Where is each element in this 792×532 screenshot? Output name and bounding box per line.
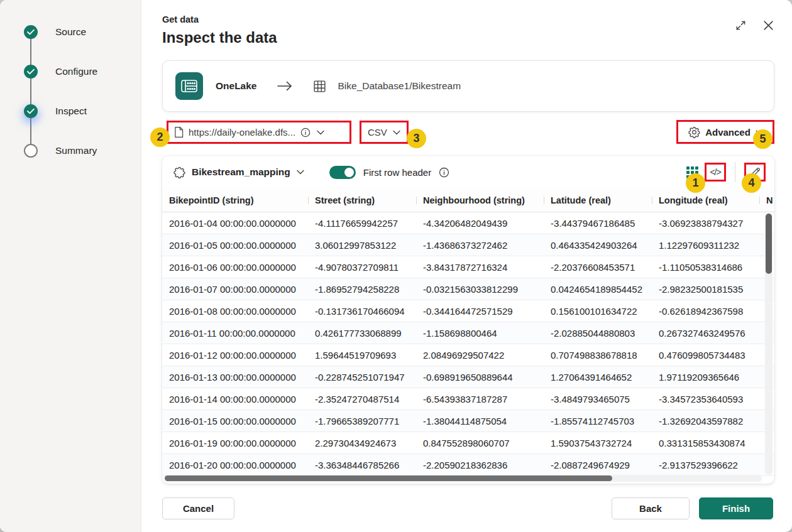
table-cell: -1.38044114875054 [416,416,544,426]
table-row[interactable]: 2016-01-20 00:00:00.0000000-3.3634844678… [162,454,774,476]
table-cell: 2016-01-12 00:00:00.0000000 [162,350,308,361]
expand-dialog-button[interactable] [733,18,748,33]
code-view-button[interactable]: </> [705,163,726,182]
step-label: Source [55,26,86,38]
source-destination-card: OneLake Bike_Database1/Bikestream [162,60,774,112]
table-cell: -2.98232500181535 [652,284,759,295]
arrow-right-icon [277,80,293,92]
table-cell: -1.158698800464 [416,328,544,339]
finish-button[interactable]: Finish [699,497,773,519]
table-cell: 2016-01-07 00:00:00.0000000 [162,284,308,295]
table-cell: -1.85574112745703 [544,416,652,426]
stepper-item[interactable]: Configure [24,65,97,79]
table-cell: -4.34206482049439 [416,218,544,229]
column-header[interactable]: BikepointID (string) [162,195,308,205]
stepper-connector-line [30,32,31,150]
table-cell: -2.20376608453571 [544,262,652,273]
file-url-dropdown[interactable]: https://daily-onelake.dfs... [167,121,351,144]
table-row[interactable]: 2016-01-12 00:00:00.00000001.59644519709… [162,344,774,366]
column-header[interactable]: N [759,195,774,205]
table-cell: 2016-01-11 00:00:00.0000000 [162,328,308,339]
file-format-dropdown[interactable]: CSV [360,121,409,144]
table-cell: -2.9137529396622 [652,460,759,470]
table-cell: 2016-01-05 00:00:00.0000000 [162,240,308,251]
wizard-sidebar: Source Configure Inspect Summary [0,0,141,532]
back-button[interactable]: Back [612,497,690,519]
cancel-button[interactable]: Cancel [162,497,234,519]
table-row[interactable]: 2016-01-14 00:00:00.0000000-2.3524727048… [162,388,774,410]
table-cell: -4.11176659942257 [308,218,416,229]
table-cell: -6.54393837187287 [416,394,544,404]
table-cell: 2016-01-04 00:00:00.0000000 [162,218,308,229]
column-header[interactable]: Longitude (real) [652,195,759,205]
table-row[interactable]: 2016-01-04 00:00:00.0000000-4.1117665994… [162,212,774,234]
table-cell: -1.86952794258228 [308,284,416,295]
close-dialog-button[interactable] [761,18,776,33]
table-row[interactable]: 2016-01-13 00:00:00.0000000-0.2287452510… [162,366,774,388]
file-url-value: https://daily-onelake.dfs... [189,127,295,138]
table-cell: 0.0424654189854452 [544,284,652,295]
vertical-scrollbar[interactable] [765,214,773,475]
step-status-icon [24,104,38,118]
info-icon[interactable] [300,128,311,138]
vertical-scrollbar-thumb[interactable] [766,214,772,274]
onelake-icon [175,72,203,100]
step-label: Summary [55,145,97,156]
horizontal-scrollbar-thumb[interactable] [165,475,612,481]
table-cell: 0.331315853430874 [652,438,759,448]
stepper-item[interactable]: Inspect [24,104,87,118]
column-header[interactable]: Neighbourhood (string) [416,195,544,205]
source-name: OneLake [216,80,256,92]
mapping-gear-icon [173,166,185,178]
expand-icon [735,19,747,31]
callout-3: 3 [407,129,426,148]
column-header[interactable]: Latitude (real) [544,195,652,205]
table-cell: 0.464335424903264 [544,240,652,251]
table-cell: 2016-01-13 00:00:00.0000000 [162,372,308,383]
destination-path: Bike_Database1/Bikestream [338,80,461,92]
table-cell: -0.62618942367598 [652,306,759,317]
table-cell: 2016-01-08 00:00:00.0000000 [162,306,308,317]
table-cell: -0.0321563033812299 [416,284,544,295]
table-cell: -1.11050538314686 [652,262,759,273]
table-cell: 2.08496929507422 [416,350,544,361]
page-title: Inspect the data [162,29,277,46]
table-cell: -2.0887249674929 [544,460,652,470]
table-cell: 0.156100101634722 [544,306,652,317]
table-cell: 1.27064391464652 [544,372,652,383]
table-cell: -3.36348446785266 [308,460,416,470]
stepper-item[interactable]: Source [24,25,86,39]
data-preview-panel: Bikestream_mapping First row header </> [162,156,774,484]
table-cell: -1.32692043597882 [652,416,759,426]
advanced-label: Advanced [705,127,751,138]
gear-icon [688,126,700,138]
horizontal-scrollbar[interactable] [165,475,762,482]
table-cell: 2016-01-15 00:00:00.0000000 [162,416,308,426]
table-cell: -3.34572353640593 [652,394,759,404]
table-row[interactable]: 2016-01-07 00:00:00.0000000-1.8695279425… [162,278,774,300]
check-icon [27,29,35,35]
dialog-eyebrow: Get data [162,14,199,24]
chevron-down-icon[interactable] [297,170,304,175]
table-row[interactable]: 2016-01-11 00:00:00.00000000.42617773306… [162,322,774,344]
chevron-down-icon [317,130,324,135]
table-icon [313,80,326,93]
file-format-value: CSV [368,127,387,138]
table-row[interactable]: 2016-01-15 00:00:00.0000000-1.7966538920… [162,410,774,432]
first-row-header-toggle[interactable] [329,166,356,179]
table-cell: -2.20590218362836 [416,460,544,470]
info-icon[interactable] [439,167,449,178]
file-icon [174,126,184,138]
step-label: Configure [55,66,97,77]
callout-1: 1 [686,173,705,193]
table-row[interactable]: 2016-01-19 00:00:00.00000002.29730434924… [162,432,774,454]
stepper-item[interactable]: Summary [24,144,97,158]
column-header[interactable]: Street (string) [308,195,416,205]
table-row[interactable]: 2016-01-06 00:00:00.0000000-4.9078037270… [162,256,774,278]
code-icon: </> [710,167,720,177]
table-cell: -0.131736170466094 [308,306,416,317]
table-cell: 0.476099805734483 [652,350,759,361]
mapping-name-dropdown[interactable]: Bikestream_mapping [192,166,290,178]
table-row[interactable]: 2016-01-05 00:00:00.00000003.06012997853… [162,234,774,256]
table-row[interactable]: 2016-01-08 00:00:00.0000000-0.1317361704… [162,300,774,322]
